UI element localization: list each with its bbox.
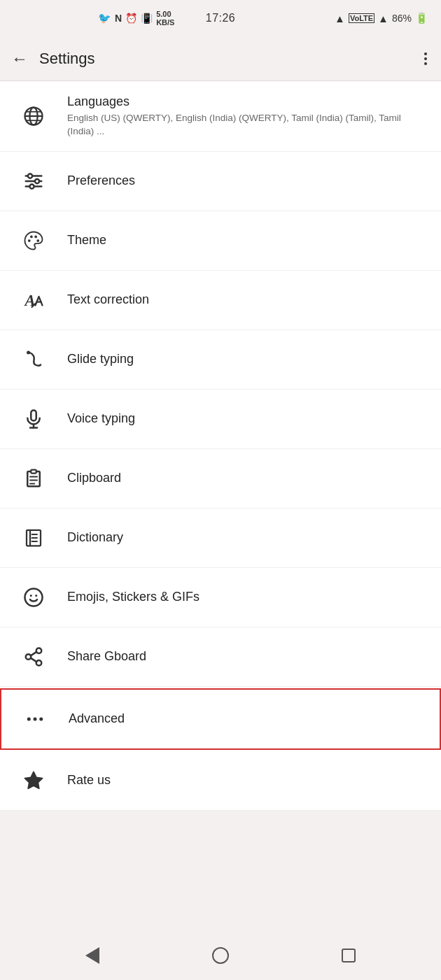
settings-item-emojis[interactable]: Emojis, Stickers & GIFs [0, 568, 441, 627]
text-correction-title: Text correction [67, 292, 424, 308]
settings-item-preferences[interactable]: Preferences [0, 152, 441, 211]
svg-point-13 [34, 236, 37, 239]
preferences-title: Preferences [67, 173, 424, 189]
settings-item-theme[interactable]: Theme [0, 211, 441, 271]
svg-point-40 [27, 718, 31, 721]
emojis-title: Emojis, Stickers & GIFs [67, 589, 424, 605]
back-triangle-icon [85, 947, 99, 964]
svg-rect-23 [31, 470, 36, 474]
settings-item-glide-typing[interactable]: Glide typing [0, 330, 441, 390]
status-bar: 17:26 🐦 N ⏰ 📳 5.00KB/S ▲ VoLTE ▲ 86% 🔋 [0, 0, 441, 36]
rate-us-title: Rate us [67, 772, 424, 788]
volte-icon: VoLTE [349, 13, 374, 23]
nav-recents-button[interactable] [333, 940, 364, 971]
glide-icon [17, 343, 50, 376]
nav-home-button[interactable] [205, 940, 236, 971]
glide-typing-title: Glide typing [67, 351, 424, 367]
emoji-icon [17, 581, 50, 614]
svg-rect-19 [31, 411, 36, 421]
voice-typing-text: Voice typing [67, 411, 424, 427]
svg-point-10 [29, 185, 34, 189]
app-bar: ← Settings [0, 36, 441, 81]
settings-item-rate-us[interactable]: Rate us [0, 751, 441, 811]
svg-point-34 [35, 595, 37, 597]
settings-item-advanced[interactable]: Advanced [0, 688, 441, 750]
recents-square-icon [342, 949, 356, 963]
svg-marker-43 [25, 772, 43, 789]
svg-point-18 [27, 351, 30, 355]
dictionary-icon [17, 521, 50, 555]
svg-point-33 [30, 595, 32, 597]
svg-point-42 [39, 718, 43, 721]
nav-back-button[interactable] [77, 940, 108, 971]
settings-item-clipboard[interactable]: Clipboard [0, 449, 441, 509]
languages-text: Languages English (US) (QWERTY), English… [67, 94, 424, 139]
voice-typing-title: Voice typing [67, 411, 424, 427]
share-gboard-text: Share Gboard [67, 648, 424, 665]
svg-point-11 [28, 239, 31, 242]
page-title: Settings [39, 50, 421, 68]
battery-icon: 🔋 [415, 12, 428, 24]
dot3 [424, 62, 427, 65]
star-icon [17, 764, 50, 797]
settings-list: Languages English (US) (QWERTY), English… [0, 81, 441, 811]
settings-item-share-gboard[interactable]: Share Gboard [0, 627, 441, 687]
advanced-text: Advanced [69, 711, 423, 727]
wifi-icon: ▲ [335, 13, 345, 24]
speed-icon: 5.00KB/S [156, 10, 174, 27]
languages-subtitle: English (US) (QWERTY), English (India) (… [67, 112, 424, 139]
dictionary-text: Dictionary [67, 530, 424, 546]
back-button[interactable]: ← [11, 49, 28, 69]
dots-icon [18, 702, 52, 736]
svg-point-32 [25, 589, 43, 606]
clipboard-icon [17, 462, 50, 495]
languages-title: Languages [67, 94, 424, 110]
dot1 [424, 52, 427, 55]
svg-point-41 [34, 718, 37, 721]
svg-point-8 [28, 174, 32, 178]
share-icon [17, 640, 50, 674]
svg-point-14 [36, 239, 39, 242]
theme-title: Theme [67, 232, 424, 248]
alarm-icon: ⏰ [125, 13, 137, 24]
signal-icon: ▲ [378, 13, 388, 24]
dot2 [424, 57, 427, 60]
notification-n-icon: N [115, 13, 122, 24]
emojis-text: Emojis, Stickers & GIFs [67, 589, 424, 605]
nav-bar [0, 931, 441, 980]
palette-icon [17, 224, 50, 257]
status-icons: ▲ VoLTE ▲ 86% 🔋 [335, 12, 428, 24]
preferences-text: Preferences [67, 173, 424, 189]
home-circle-icon [212, 947, 229, 964]
settings-item-dictionary[interactable]: Dictionary [0, 509, 441, 568]
battery-percentage: 86% [392, 13, 412, 24]
status-time: 17:26 [206, 12, 236, 24]
clipboard-title: Clipboard [67, 470, 424, 486]
globe-icon [17, 99, 50, 133]
more-options-button[interactable] [421, 50, 430, 68]
twitter-icon: 🐦 [98, 12, 111, 24]
rate-us-text: Rate us [67, 772, 424, 788]
theme-text: Theme [67, 232, 424, 248]
clipboard-text: Clipboard [67, 470, 424, 486]
svg-line-38 [31, 652, 37, 656]
settings-item-text-correction[interactable]: A Text correction [0, 271, 441, 330]
svg-point-9 [35, 179, 39, 183]
advanced-title: Advanced [69, 711, 423, 727]
status-left-icons: 🐦 N ⏰ 📳 5.00KB/S [98, 10, 174, 27]
svg-line-39 [31, 658, 37, 662]
mic-icon [17, 402, 50, 436]
glide-typing-text: Glide typing [67, 351, 424, 367]
share-gboard-title: Share Gboard [67, 648, 424, 665]
text-correction-icon: A [17, 283, 50, 317]
dictionary-title: Dictionary [67, 530, 424, 546]
settings-item-voice-typing[interactable]: Voice typing [0, 390, 441, 449]
settings-item-languages[interactable]: Languages English (US) (QWERTY), English… [0, 81, 441, 152]
vibrate-icon: 📳 [141, 13, 153, 24]
sliders-icon [17, 164, 50, 198]
text-correction-text: Text correction [67, 292, 424, 308]
svg-point-12 [30, 236, 33, 239]
